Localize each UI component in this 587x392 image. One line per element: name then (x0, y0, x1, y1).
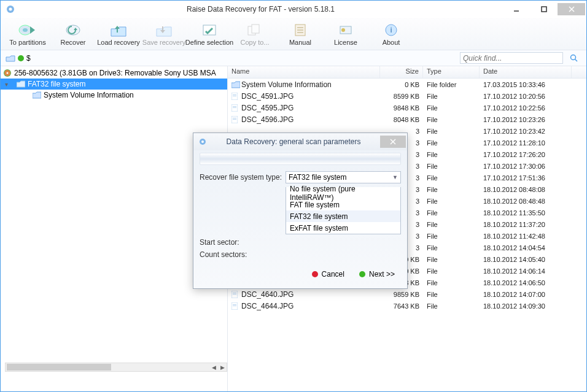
list-item[interactable]: DSC_4596.JPG8048 KBFile17.10.2012 10:23:… (228, 113, 586, 125)
address-path: $ (26, 54, 31, 63)
file-date: 18.10.2012 14:07:00 (480, 290, 572, 299)
file-date: 18.10.2012 08:48:08 (480, 185, 572, 194)
svg-point-20 (571, 55, 576, 60)
collapse-icon[interactable]: ▾ (3, 81, 9, 88)
recover-button[interactable]: Recover (52, 21, 94, 47)
svg-point-24 (7, 72, 9, 74)
fs-option[interactable]: ExFAT file system (286, 222, 400, 234)
license-button[interactable]: License (325, 21, 367, 47)
file-date: 18.10.2012 14:09:30 (480, 302, 572, 310)
file-size: 9848 KB (380, 104, 423, 112)
tb-label: Load recovery (97, 39, 140, 46)
folder-icon (231, 81, 239, 88)
file-type: File (423, 115, 480, 124)
tb-label: License (334, 39, 357, 46)
file-type: File (423, 127, 480, 136)
tree-filesystem[interactable]: ▾ FAT32 file system (1, 79, 227, 90)
next-label: Next >> (369, 270, 395, 279)
address-bar: $ (1, 50, 586, 66)
tb-label: Copy to... (240, 39, 269, 46)
tb-label: Save recovery (142, 39, 185, 46)
to-partitions-icon (18, 23, 37, 37)
list-item[interactable]: DSC_4591.JPG8599 KBFile17.10.2012 10:20:… (228, 90, 586, 102)
file-type: File (423, 185, 480, 194)
svg-text:i: i (391, 26, 392, 34)
svg-rect-32 (233, 118, 236, 118)
scroll-left-icon[interactable]: ◀ (209, 363, 218, 371)
count-sectors-label: Count sectors: (200, 250, 286, 259)
next-button[interactable]: Next >> (356, 269, 398, 280)
file-date: 17.10.2012 10:20:56 (480, 92, 572, 101)
file-date: 18.10.2012 14:06:14 (480, 267, 572, 275)
scan-parameters-dialog: Data Recovery: general scan parameters R… (193, 133, 408, 289)
dialog-title: Data Recovery: general scan parameters (207, 137, 380, 146)
save-recovery-button: Save recovery (143, 21, 185, 47)
file-date: 17.10.2012 17:51:36 (480, 174, 572, 182)
toolbar: To partitionsRecoverLoad recoverySave re… (1, 18, 586, 50)
svg-rect-45 (233, 294, 236, 294)
copy-to-button: Copy to... (234, 21, 276, 47)
file-date: 18.10.2012 14:04:54 (480, 244, 572, 252)
file-date: 17.10.2012 11:28:10 (480, 139, 572, 147)
svg-point-50 (201, 140, 204, 143)
tb-label: Define selection (185, 39, 233, 46)
fs-type-select[interactable]: FAT32 file system ▼ (286, 171, 401, 183)
nav-icon[interactable] (6, 54, 15, 63)
manual-button[interactable]: Manual (279, 21, 321, 47)
list-item[interactable]: DSC_4595.JPG9848 KBFile17.10.2012 10:22:… (228, 102, 586, 113)
tb-label: About (383, 39, 400, 46)
window-title: Raise Data Recovery for FAT - version 5.… (19, 5, 502, 13)
file-icon (231, 104, 239, 112)
tree-drive[interactable]: 256-8005632 (3.81GB on Drive3: Removable… (1, 67, 227, 79)
file-date: 18.10.2012 08:48:48 (480, 197, 572, 206)
list-item[interactable]: System Volume Information0 KBFile folder… (228, 79, 586, 90)
dropdown-caret-icon: ▼ (392, 174, 398, 180)
file-name: DSC_4640.JPG (241, 290, 294, 299)
quick-find-input[interactable] (460, 52, 563, 64)
tree-scrollbar[interactable]: ◀ ▶ (5, 363, 227, 372)
save-recovery-icon (154, 23, 174, 37)
tb-label: Recover (61, 39, 86, 46)
svg-rect-33 (233, 119, 236, 120)
dialog-close-button[interactable] (380, 136, 406, 148)
close-button[interactable] (558, 3, 585, 15)
tb-label: Manual (289, 39, 311, 46)
maximize-button[interactable] (530, 3, 558, 15)
svg-rect-26 (233, 94, 236, 95)
scroll-right-icon[interactable]: ▶ (218, 363, 227, 371)
define-selection-button[interactable]: Define selection (189, 21, 230, 47)
license-icon (336, 23, 356, 37)
file-type: File (423, 290, 480, 299)
file-name: System Volume Information (241, 80, 332, 89)
minimize-button[interactable] (502, 3, 530, 15)
define-selection-icon (200, 23, 219, 37)
file-icon (231, 302, 239, 310)
file-date: 17.10.2012 10:23:26 (480, 115, 572, 124)
green-dot-icon (359, 271, 365, 277)
list-header: Name Size Type Date (228, 66, 586, 79)
scrollbar-thumb[interactable] (7, 364, 111, 371)
load-recovery-icon (109, 23, 128, 37)
copy-to-icon (245, 23, 265, 37)
load-recovery-button[interactable]: Load recovery (98, 21, 139, 47)
fs-option[interactable]: No file system (pure IntelliRAW™) (286, 187, 400, 199)
fs-type-value: FAT32 file system (289, 173, 346, 182)
to-partitions-button[interactable]: To partitions (7, 21, 49, 47)
list-item[interactable]: DSC_4644.JPG7643 KBFile18.10.2012 14:09:… (228, 300, 586, 312)
tree-folder-label: System Volume Information (44, 91, 134, 99)
col-type[interactable]: Type (423, 66, 480, 78)
col-name[interactable]: Name (228, 66, 380, 78)
fs-option[interactable]: FAT32 file system (286, 210, 400, 222)
app-icon (6, 4, 15, 14)
list-item[interactable]: DSC_4640.JPG9859 KBFile18.10.2012 14:07:… (228, 288, 586, 300)
file-type: File (423, 302, 480, 310)
cancel-button[interactable]: Cancel (308, 269, 348, 280)
col-date[interactable]: Date (480, 66, 572, 78)
file-name: DSC_4644.JPG (241, 302, 294, 310)
tree-folder[interactable]: System Volume Information (1, 90, 227, 101)
about-button[interactable]: iAbout (370, 21, 412, 47)
search-button[interactable] (567, 52, 581, 64)
start-sector-label: Start sector: (200, 238, 286, 247)
svg-line-21 (575, 59, 578, 61)
col-size[interactable]: Size (380, 66, 423, 78)
